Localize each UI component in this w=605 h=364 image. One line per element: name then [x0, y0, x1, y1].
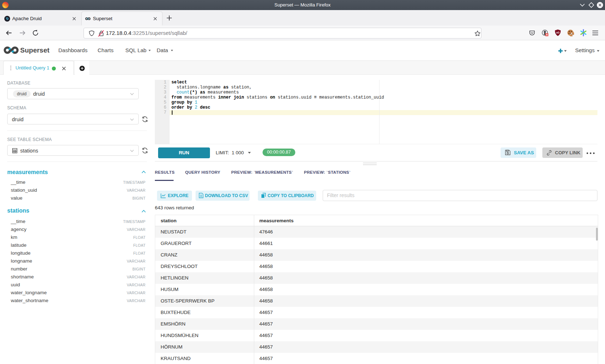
svg-text:uO: uO	[556, 31, 559, 34]
